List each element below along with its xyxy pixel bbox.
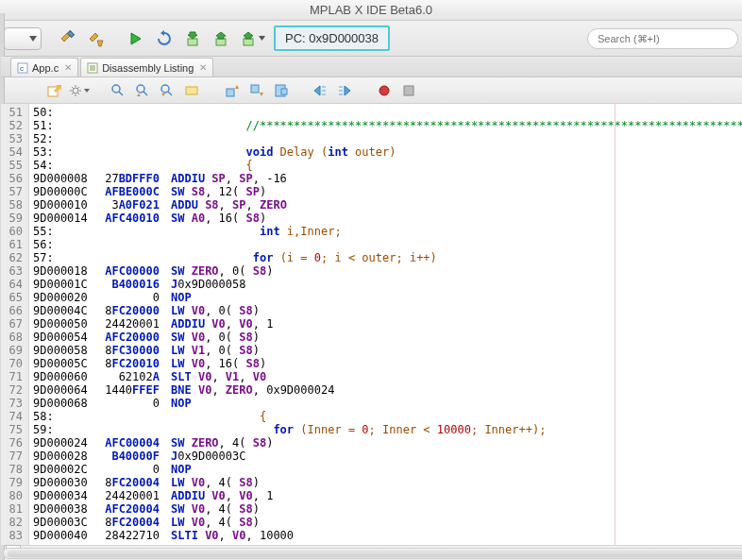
export-icon: [46, 83, 61, 98]
editor-tabs: c App.c ✕ Disassembly Listing ✕ ◀ ▶ ▾ ▭: [1, 57, 742, 77]
run-button[interactable]: [123, 25, 149, 52]
stop-button[interactable]: [397, 80, 420, 101]
svg-line-31: [143, 92, 147, 95]
svg-marker-47: [345, 86, 350, 95]
svg-point-26: [73, 88, 78, 93]
svg-line-34: [168, 92, 172, 95]
shift-right-button[interactable]: [333, 80, 356, 101]
svg-point-30: [137, 85, 144, 93]
svg-line-29: [119, 92, 123, 95]
listing-icon: [87, 62, 98, 74]
highlight-button[interactable]: [180, 80, 203, 101]
tab-app-c[interactable]: c App.c ✕: [10, 58, 78, 76]
code-view: 51 52 53 54 55 56 57 58 59 60 61 62 63 6…: [1, 104, 742, 545]
svg-marker-9: [244, 32, 253, 39]
download-button[interactable]: [179, 25, 206, 52]
find-button[interactable]: [107, 80, 129, 101]
svg-marker-3: [160, 30, 164, 36]
config-dropdown[interactable]: [4, 27, 42, 50]
find-next-button[interactable]: [156, 80, 178, 101]
c-file-icon: c: [17, 62, 28, 74]
svg-rect-6: [216, 39, 226, 45]
margin-ruler: [615, 104, 616, 545]
svg-marker-40: [260, 93, 263, 96]
search-box[interactable]: [587, 28, 738, 49]
reset-button[interactable]: [151, 25, 177, 52]
find-prev-button[interactable]: [131, 80, 154, 101]
tab-label: App.c: [32, 62, 59, 74]
line-gutter: 51 52 53 54 55 56 57 58 59 60 61 62 63 6…: [1, 104, 29, 545]
svg-marker-43: [314, 86, 320, 95]
hscroll-track[interactable]: [3, 548, 742, 559]
close-icon[interactable]: ✕: [199, 62, 207, 73]
svg-marker-7: [216, 32, 226, 39]
play-icon: [129, 32, 143, 45]
reset-icon: [156, 30, 173, 47]
program-counter-display: PC: 0x9D000038: [274, 25, 390, 51]
chevron-down-icon: [29, 35, 37, 42]
svg-marker-27: [84, 89, 90, 93]
svg-rect-42: [281, 89, 287, 94]
svg-point-28: [112, 85, 120, 93]
hammer-icon: [59, 29, 77, 48]
svg-rect-39: [251, 85, 259, 93]
clean-build-button[interactable]: [83, 25, 110, 52]
svg-rect-52: [404, 86, 413, 95]
settings-button[interactable]: [67, 80, 90, 101]
shift-left-button[interactable]: [309, 80, 331, 101]
tab-label: Disassembly Listing: [102, 62, 194, 74]
hscroll-thumb[interactable]: [8, 550, 742, 557]
search-input[interactable]: [598, 33, 728, 44]
highlight-icon: [184, 83, 199, 98]
export-button[interactable]: [42, 80, 65, 101]
svg-rect-8: [244, 39, 253, 45]
window-title: MPLAB X IDE Beta6.0: [310, 3, 432, 17]
record-icon: [378, 84, 391, 97]
shift-left-icon: [312, 83, 328, 98]
main-toolbar: PC: 0x9D000038: [0, 21, 742, 57]
upload-chip-icon: [240, 30, 257, 47]
svg-marker-35: [161, 93, 165, 96]
horizontal-scrollbar[interactable]: ◀ ▶: [1, 545, 742, 560]
bookmark-down-icon: [248, 83, 263, 98]
close-icon[interactable]: ✕: [64, 62, 72, 73]
editor-area: c App.c ✕ Disassembly Listing ✕ ◀ ▶ ▾ ▭: [1, 57, 742, 560]
find-next-icon: [160, 83, 175, 98]
download-chip-icon: [184, 30, 201, 47]
bookmark-icon: [273, 83, 288, 98]
svg-marker-10: [259, 36, 265, 41]
svg-marker-2: [131, 33, 141, 44]
svg-marker-5: [188, 32, 197, 39]
svg-point-33: [161, 85, 169, 93]
upload-menu-button[interactable]: [236, 25, 268, 52]
chevron-down-icon: [84, 88, 90, 93]
svg-marker-0: [29, 36, 37, 42]
svg-marker-38: [235, 85, 239, 89]
find-icon: [110, 83, 126, 98]
find-prev-icon: [135, 83, 150, 98]
chevron-down-icon: [259, 35, 265, 42]
upload-chip-icon: [212, 30, 229, 47]
svg-marker-32: [137, 93, 141, 96]
build-button[interactable]: [55, 25, 81, 52]
bookmark-up-icon: [224, 83, 239, 98]
stop-icon: [402, 84, 415, 97]
bookmark-toggle-button[interactable]: [269, 80, 292, 101]
bookmark-prev-button[interactable]: [220, 80, 243, 101]
svg-rect-37: [227, 89, 234, 96]
gear-icon: [68, 83, 83, 98]
record-button[interactable]: [373, 80, 396, 101]
upload-button[interactable]: [208, 25, 234, 52]
hammer-broom-icon: [87, 29, 106, 48]
bookmark-next-button[interactable]: [245, 80, 267, 101]
tab-disassembly[interactable]: Disassembly Listing ✕: [80, 58, 213, 76]
window-titlebar: MPLAB X IDE Beta6.0: [0, 0, 742, 21]
svg-text:c: c: [20, 64, 24, 73]
code-content[interactable]: 50: 51: //******************************…: [29, 104, 742, 545]
svg-point-51: [379, 86, 389, 95]
svg-rect-36: [186, 87, 197, 94]
disassembly-toolbar: [1, 77, 742, 104]
shift-right-icon: [337, 83, 352, 98]
svg-rect-4: [188, 39, 197, 45]
